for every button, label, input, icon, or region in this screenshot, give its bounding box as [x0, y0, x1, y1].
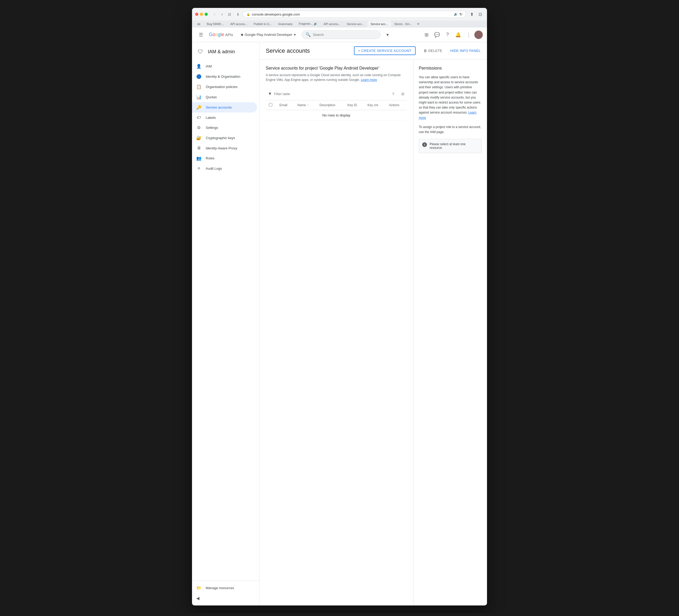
sidebar-item-label: Organisation policies — [206, 85, 237, 89]
columns-button[interactable]: ⊟ — [398, 90, 407, 98]
page-content: Service accounts + CREATE SERVICE ACCOUN… — [259, 42, 487, 606]
info-panel-text2: To assign a project role to a service ac… — [419, 125, 482, 135]
page-title: Service accounts — [266, 48, 350, 54]
sidebar-item-identity-proxy[interactable]: 🖥 Identity-Aware Proxy — [192, 143, 257, 153]
filter-input[interactable] — [274, 92, 387, 96]
address-bar[interactable]: 🔒 console.developers.google.com 🔊 ↻ — [243, 11, 466, 18]
keycre-column-header: Key cre — [364, 100, 386, 110]
sidebar-item-label: Roles — [206, 156, 215, 160]
help-icon-button[interactable]: ? — [443, 30, 452, 39]
sidebar-item-org-policies[interactable]: 📋 Organisation policies — [192, 82, 257, 92]
data-table: Email Name ↑ Description Key ID Key cre … — [266, 100, 407, 121]
close-window-button[interactable] — [195, 13, 198, 16]
sidebar-item-service-accounts[interactable]: 🔑 Service accounts — [192, 102, 257, 113]
sidebar-item-label: Audit Logs — [206, 166, 222, 171]
sidebar-item-iam[interactable]: 👤 IAM — [192, 61, 257, 71]
sidebar-item-identity[interactable]: 🔵 Identity & Organisation — [192, 71, 257, 82]
audit-logs-icon: ≡ — [196, 166, 201, 171]
filter-icon: ▼ — [268, 91, 272, 96]
learn-more-link[interactable]: Learn more — [361, 78, 377, 82]
sidebar-title: IAM & admin — [208, 49, 235, 55]
info-panel-text1: You can allow specific users to have own… — [419, 75, 482, 120]
search-bar: 🔍 ▾ — [301, 30, 419, 39]
share-button[interactable]: ⬆ — [468, 10, 476, 18]
tab-bug[interactable]: Bug 59400:... — [203, 21, 227, 27]
user-avatar[interactable] — [474, 31, 483, 39]
keyid-column-header: Key ID — [344, 100, 364, 110]
sound-icon: 🔊 — [454, 12, 458, 16]
address-text: console.developers.google.com — [252, 12, 452, 16]
search-dropdown-button[interactable]: ▾ — [383, 30, 392, 39]
add-tab-button[interactable]: + — [415, 21, 421, 27]
project-dot-icon — [241, 34, 243, 36]
sidebar-item-settings[interactable]: ⚙ Settings — [192, 123, 257, 133]
sidebar-item-roles[interactable]: 👥 Roles — [192, 153, 257, 163]
apis-logo-text: APIs — [225, 33, 233, 37]
sidebar-item-quotas[interactable]: 📊 Quotas — [192, 92, 257, 102]
service-accounts-icon: 🔑 — [196, 105, 201, 110]
sidebar-item-labels[interactable]: 🏷 Labels — [192, 113, 257, 123]
info-notice: i Please select at least one resource. — [419, 139, 482, 153]
more-options-button[interactable]: ⋮ — [464, 30, 473, 39]
forward-button[interactable]: › — [219, 11, 225, 18]
sidebar-bottom: 📁 Manage resources ◀ — [192, 580, 259, 606]
sidebar-collapse-button[interactable]: ◀ — [192, 593, 259, 603]
top-app-bar: ☰ Google APIs Google Play Android Develo… — [192, 27, 487, 42]
create-service-account-button[interactable]: + CREATE SERVICE ACCOUNT — [354, 47, 416, 55]
select-all-checkbox[interactable] — [269, 103, 272, 106]
tab-service2[interactable]: Service acc... — [367, 21, 391, 27]
settings-icon: ⚙ — [196, 125, 201, 130]
sidebar-item-audit-logs[interactable]: ≡ Audit Logs — [192, 163, 257, 173]
tab-label: Grammarly — [278, 22, 292, 26]
sidebar-item-label: IAM — [206, 64, 212, 68]
iam-shield-icon: 🛡 — [196, 48, 205, 56]
tab-fragment[interactable]: Fragmen... 🔊 — [295, 21, 320, 27]
tab-label: Publish to G... — [254, 22, 272, 26]
hide-info-panel-button[interactable]: HIDE INFO PANEL — [450, 49, 481, 53]
description-column-header: Description — [316, 100, 344, 110]
minimize-window-button[interactable] — [200, 13, 203, 16]
tab-api1[interactable]: API access... — [227, 21, 251, 27]
back-button[interactable]: ‹ — [212, 11, 218, 18]
hide-panel-label: HIDE INFO PANEL — [450, 49, 481, 53]
notifications-icon-button[interactable]: 🔔 — [453, 30, 463, 39]
new-tab-button[interactable]: ⊡ — [477, 10, 484, 18]
search-input-wrapper[interactable]: 🔍 — [301, 30, 381, 39]
sidebar-item-manage-resources[interactable]: 📁 Manage resources — [192, 583, 259, 593]
project-selector[interactable]: Google Play Android Developer ▾ — [238, 31, 298, 38]
hamburger-menu-button[interactable]: ☰ — [196, 30, 206, 39]
sidebar: 🛡 IAM & admin 👤 IAM 🔵 Identity & Organis… — [192, 42, 259, 606]
email-column-header: Email — [276, 100, 294, 110]
search-input[interactable] — [313, 33, 377, 37]
reload-icon[interactable]: ↻ — [459, 12, 462, 16]
service-accounts-body: Service accounts for project 'Google Pla… — [259, 60, 487, 606]
sidebar-item-crypto-keys[interactable]: 🔐 Cryptographic keys — [192, 133, 257, 143]
tab-stores[interactable]: Stores - Sm... — [391, 21, 415, 27]
table-toolbar: ▼ ? ⊟ — [266, 88, 407, 100]
tab-service1[interactable]: Service acc... — [344, 21, 367, 27]
delete-button[interactable]: 🗑 DELETE — [420, 47, 446, 55]
tab-api2[interactable]: API access... — [321, 21, 344, 27]
browser-window: ‹ › ⊡ ℹ 🔒 console.developers.google.com … — [192, 8, 487, 606]
actions-column-header: Actions — [386, 100, 407, 110]
maximize-window-button[interactable] — [205, 13, 208, 16]
name-column-header[interactable]: Name ↑ — [294, 100, 316, 110]
page-header: Service accounts + CREATE SERVICE ACCOUN… — [259, 42, 487, 60]
info-button[interactable]: ℹ — [235, 11, 241, 18]
grid-icon-button[interactable]: ⊞ — [422, 30, 431, 39]
tab-de[interactable]: de — [194, 21, 203, 27]
google-apis-logo: Google APIs — [209, 32, 233, 37]
manage-resources-icon: 📁 — [196, 585, 201, 590]
support-icon-button[interactable]: 💬 — [432, 30, 442, 39]
org-policies-icon: 📋 — [196, 84, 201, 89]
section-desc-text: A service account represents a Google Cl… — [266, 73, 400, 82]
identity-icon: 🔵 — [196, 74, 201, 79]
tab-grammarly[interactable]: Grammarly — [275, 21, 295, 27]
section-desc: A service account represents a Google Cl… — [266, 73, 407, 82]
top-bar-actions: ⊞ 💬 ? 🔔 ⋮ — [422, 30, 483, 39]
table-header-row: Email Name ↑ Description Key ID Key cre … — [266, 100, 407, 110]
tab-overview-button[interactable]: ⊡ — [226, 11, 233, 18]
tab-publish[interactable]: Publish to G... — [251, 21, 275, 27]
help-table-button[interactable]: ? — [389, 90, 397, 98]
tab-label: API access... — [230, 22, 247, 26]
